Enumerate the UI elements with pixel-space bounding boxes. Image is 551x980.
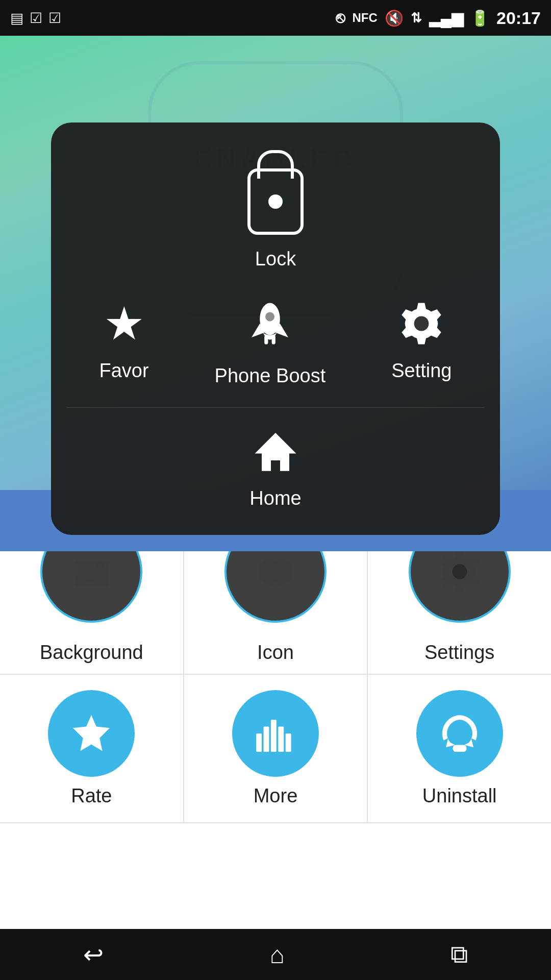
- lock-icon[interactable]: [247, 168, 304, 235]
- settings-label: Settings: [424, 642, 494, 664]
- more-circle-icon: [232, 690, 319, 777]
- uninstall-label: Uninstall: [422, 785, 497, 807]
- status-bar: ▤ ☑ ☑ ⎋ NFC 🔇 ⇅ ▂▄▆ 🔋 20:17: [0, 0, 551, 36]
- svg-marker-14: [73, 715, 110, 751]
- favor-button[interactable]: ★ Favor: [99, 301, 148, 382]
- setting-button[interactable]: Setting: [391, 301, 452, 382]
- bottom-grid-row: Rate More: [0, 675, 551, 823]
- rate-label: Rate: [71, 785, 112, 807]
- phone-boost-label: Phone Boost: [215, 365, 326, 387]
- svg-marker-7: [255, 433, 296, 471]
- svg-point-12: [265, 561, 286, 582]
- lock-keyhole: [268, 194, 283, 209]
- white-area: Background Icon Settings Rate: [0, 551, 551, 980]
- lock-section: Lock: [66, 143, 485, 270]
- svg-rect-4: [265, 335, 268, 345]
- task2-icon: ☑: [48, 10, 61, 27]
- signal-icon: ▂▄▆: [429, 9, 463, 27]
- icon-label: Icon: [257, 642, 294, 664]
- rate-circle-icon: [48, 690, 135, 777]
- background-label: Background: [40, 642, 143, 664]
- navigation-bar: ↩ ⌂ ⧉: [0, 929, 551, 980]
- home-label: Home: [249, 487, 301, 509]
- middle-row: ★ Favor Phone Boost Setting: [66, 296, 485, 387]
- home-icon: [253, 428, 298, 474]
- icon-dark-circle: [224, 551, 327, 623]
- background-cell[interactable]: Background: [0, 551, 184, 674]
- svg-point-9: [95, 561, 105, 571]
- notifications-icon: ▤: [10, 10, 23, 27]
- context-menu-popup: Lock ★ Favor Phone Boost: [51, 122, 500, 535]
- gear-icon: [398, 301, 444, 347]
- home-button[interactable]: Home: [249, 428, 301, 509]
- svg-rect-15: [256, 733, 262, 752]
- setting-label: Setting: [391, 360, 452, 382]
- lock-icon-wrapper: [247, 168, 304, 244]
- sync-icon: ⇅: [411, 10, 422, 26]
- svg-rect-19: [286, 733, 291, 752]
- home-nav-button[interactable]: ⌂: [269, 941, 284, 969]
- more-cell[interactable]: More: [184, 675, 368, 822]
- background-dark-circle: [40, 551, 142, 623]
- phone-boost-button[interactable]: Phone Boost: [215, 296, 326, 387]
- more-label: More: [254, 785, 298, 807]
- svg-rect-17: [271, 720, 277, 752]
- svg-point-6: [414, 316, 429, 331]
- icon-cell[interactable]: Icon: [184, 551, 368, 674]
- uninstall-circle-icon: [416, 690, 503, 777]
- favor-label: Favor: [99, 360, 148, 382]
- rate-cell[interactable]: Rate: [0, 675, 184, 822]
- nfc-icon: NFC: [352, 11, 377, 25]
- bluetooth-icon: ⎋: [336, 9, 345, 27]
- settings-cell[interactable]: Settings: [368, 551, 551, 674]
- svg-point-3: [265, 312, 274, 322]
- clock: 20:17: [496, 8, 541, 28]
- volume-mute-icon: 🔇: [385, 9, 404, 27]
- star-icon: ★: [104, 301, 145, 347]
- rocket-icon: [247, 296, 293, 352]
- svg-point-13: [452, 565, 467, 579]
- settings-dark-circle: [409, 551, 511, 623]
- home-section: Home: [66, 407, 485, 509]
- svg-rect-18: [278, 727, 284, 752]
- status-bar-left: ▤ ☑ ☑: [10, 10, 61, 27]
- battery-icon: 🔋: [470, 9, 489, 27]
- svg-rect-20: [453, 745, 466, 752]
- svg-rect-5: [272, 335, 276, 345]
- task1-icon: ☑: [30, 10, 42, 27]
- lock-label[interactable]: Lock: [255, 248, 296, 270]
- uninstall-cell[interactable]: Uninstall: [368, 675, 551, 822]
- status-bar-right: ⎋ NFC 🔇 ⇅ ▂▄▆ 🔋 20:17: [336, 8, 541, 28]
- recents-button[interactable]: ⧉: [450, 940, 468, 969]
- back-button[interactable]: ↩: [83, 940, 104, 969]
- top-grid-row: Background Icon Settings: [0, 551, 551, 675]
- svg-rect-16: [264, 727, 269, 752]
